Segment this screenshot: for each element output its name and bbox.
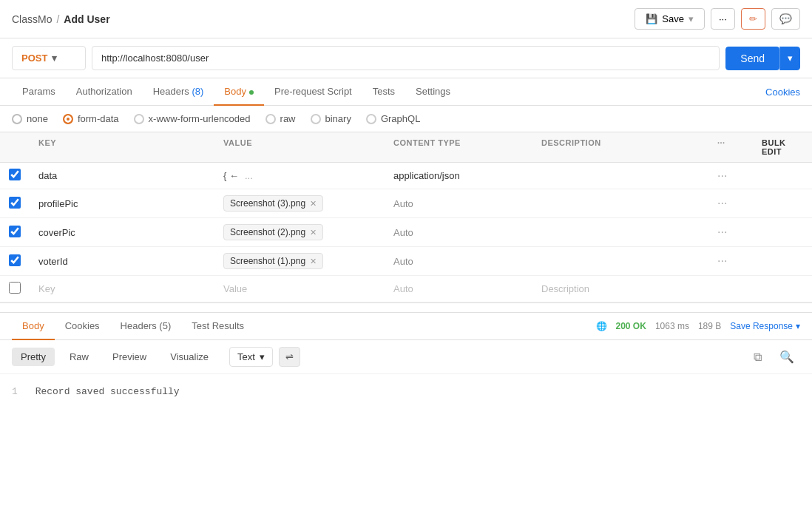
radio-circle-urlencoded xyxy=(134,114,144,124)
row3-value[interactable]: Screenshot (2).png ✕ xyxy=(214,218,385,246)
cookies-link[interactable]: Cookies xyxy=(765,87,800,98)
tab-params[interactable]: Params xyxy=(12,78,66,106)
save-response-button[interactable]: Save Response ▾ xyxy=(730,321,800,331)
response-size: 189 B xyxy=(698,321,721,331)
radio-none[interactable]: none xyxy=(12,113,48,124)
table-row: coverPic Screenshot (2).png ✕ Auto ··· xyxy=(0,218,812,247)
row4-remove-file-icon[interactable]: ✕ xyxy=(310,257,317,266)
row3-description[interactable] xyxy=(532,226,708,238)
tab-tests[interactable]: Tests xyxy=(362,78,405,106)
row3-more[interactable]: ··· xyxy=(708,220,753,245)
response-tab-test-results[interactable]: Test Results xyxy=(181,313,254,340)
table-row: voterId Screenshot (1).png ✕ Auto ··· xyxy=(0,247,812,276)
table-row: data { ← ... application/json ··· xyxy=(0,163,812,189)
response-actions: ⧉ 🔍 xyxy=(748,346,800,368)
radio-urlencoded[interactable]: x-www-form-urlencoded xyxy=(134,113,251,124)
radio-graphql[interactable]: GraphQL xyxy=(366,113,420,124)
tab-body[interactable]: Body xyxy=(214,78,264,106)
row3-remove-file-icon[interactable]: ✕ xyxy=(310,228,317,237)
row1-more[interactable]: ··· xyxy=(708,163,753,189)
row4-value[interactable]: Screenshot (1).png ✕ xyxy=(214,247,385,275)
row1-checkbox[interactable] xyxy=(9,169,21,180)
row2-checkbox-cell xyxy=(0,191,30,217)
row1-more-icon[interactable]: ··· xyxy=(717,169,727,182)
top-bar: ClassMo / Add User 💾 Save ▾ ··· ✏ 💬 xyxy=(0,0,812,38)
send-button[interactable]: Send xyxy=(725,47,779,70)
search-button[interactable]: 🔍 xyxy=(774,346,800,368)
row2-more-icon[interactable]: ··· xyxy=(717,197,727,209)
response-tab-body[interactable]: Body xyxy=(12,313,55,340)
send-chevron-icon: ▾ xyxy=(788,53,793,64)
url-bar: POST ▾ Send ▾ xyxy=(0,38,812,78)
row4-more-icon[interactable]: ··· xyxy=(717,254,727,267)
row4-checkbox[interactable] xyxy=(9,254,21,266)
tab-authorization[interactable]: Authorization xyxy=(66,78,143,106)
format-preview[interactable]: Preview xyxy=(104,348,155,366)
send-chevron-button[interactable]: ▾ xyxy=(779,47,800,70)
row1-key[interactable]: data xyxy=(30,164,214,187)
breadcrumb: ClassMo / Add User xyxy=(12,13,110,25)
send-label: Send xyxy=(740,53,765,64)
save-response-label: Save Response xyxy=(730,321,793,331)
radio-circle-none xyxy=(12,114,22,124)
format-pretty[interactable]: Pretty xyxy=(12,348,55,366)
edit-button[interactable]: ✏ xyxy=(741,8,765,30)
response-tab-cookies[interactable]: Cookies xyxy=(55,313,110,340)
comment-button[interactable]: 💬 xyxy=(771,8,800,30)
method-select[interactable]: POST ▾ xyxy=(12,46,86,70)
th-value: VALUE xyxy=(214,132,385,162)
comment-icon: 💬 xyxy=(779,13,792,24)
send-wrapper: Send ▾ xyxy=(725,47,800,70)
wrap-icon: ⇌ xyxy=(285,351,294,362)
save-button[interactable]: 💾 Save ▾ xyxy=(635,8,705,30)
row2-description[interactable] xyxy=(532,197,708,209)
placeholder-more xyxy=(708,283,753,295)
row3-bulk xyxy=(753,226,812,238)
row3-checkbox[interactable] xyxy=(9,226,21,237)
url-input[interactable] xyxy=(92,46,720,70)
tab-headers[interactable]: Headers (8) xyxy=(143,78,214,106)
placeholder-content-type: Auto xyxy=(385,277,532,300)
th-description: DESCRIPTION xyxy=(532,132,708,162)
row1-bulk xyxy=(753,170,812,182)
save-response-chevron-icon: ▾ xyxy=(796,321,800,331)
bulk-edit-button[interactable]: Bulk Edit xyxy=(753,132,812,162)
top-bar-actions: 💾 Save ▾ ··· ✏ 💬 xyxy=(635,8,800,30)
row1-value[interactable]: { ← ... xyxy=(214,164,385,187)
form-data-table: KEY VALUE CONTENT TYPE DESCRIPTION ··· B… xyxy=(0,132,812,303)
response-tab-headers[interactable]: Headers (5) xyxy=(110,313,182,340)
text-format-chevron-icon: ▾ xyxy=(260,351,265,362)
copy-button[interactable]: ⧉ xyxy=(748,346,768,368)
tab-pre-request-script[interactable]: Pre-request Script xyxy=(264,78,362,106)
placeholder-key[interactable]: Key xyxy=(30,277,214,300)
placeholder-checkbox[interactable] xyxy=(9,282,21,294)
th-content-type: CONTENT TYPE xyxy=(385,132,532,162)
row1-description[interactable] xyxy=(532,170,708,182)
row2-remove-file-icon[interactable]: ✕ xyxy=(310,199,317,209)
save-chevron-icon: ▾ xyxy=(688,13,694,24)
format-visualize[interactable]: Visualize xyxy=(161,348,217,366)
row2-value[interactable]: Screenshot (3).png ✕ xyxy=(214,189,385,217)
row4-more[interactable]: ··· xyxy=(708,248,753,274)
breadcrumb-parent[interactable]: ClassMo xyxy=(12,13,52,25)
text-format-select[interactable]: Text ▾ xyxy=(229,347,273,367)
radio-binary[interactable]: binary xyxy=(311,113,351,124)
more-button[interactable]: ··· xyxy=(711,8,735,30)
format-raw[interactable]: Raw xyxy=(61,348,98,366)
radio-raw[interactable]: raw xyxy=(265,113,296,124)
row4-key[interactable]: voterId xyxy=(30,250,214,273)
row3-key[interactable]: coverPic xyxy=(30,221,214,244)
row2-checkbox[interactable] xyxy=(9,197,21,209)
placeholder-description[interactable]: Description xyxy=(532,277,708,300)
text-format-label: Text xyxy=(237,351,255,362)
row4-description[interactable] xyxy=(532,255,708,267)
tab-settings[interactable]: Settings xyxy=(405,78,461,106)
wrap-button[interactable]: ⇌ xyxy=(279,347,300,367)
row3-content-type: Auto xyxy=(385,221,532,244)
row2-key[interactable]: profilePic xyxy=(30,192,214,215)
placeholder-value[interactable]: Value xyxy=(214,277,385,300)
row3-more-icon[interactable]: ··· xyxy=(717,226,727,238)
response-tabs-bar: Body Cookies Headers (5) Test Results 🌐 … xyxy=(0,313,812,340)
row2-more[interactable]: ··· xyxy=(708,191,753,216)
radio-form-data[interactable]: form-data xyxy=(63,113,119,124)
